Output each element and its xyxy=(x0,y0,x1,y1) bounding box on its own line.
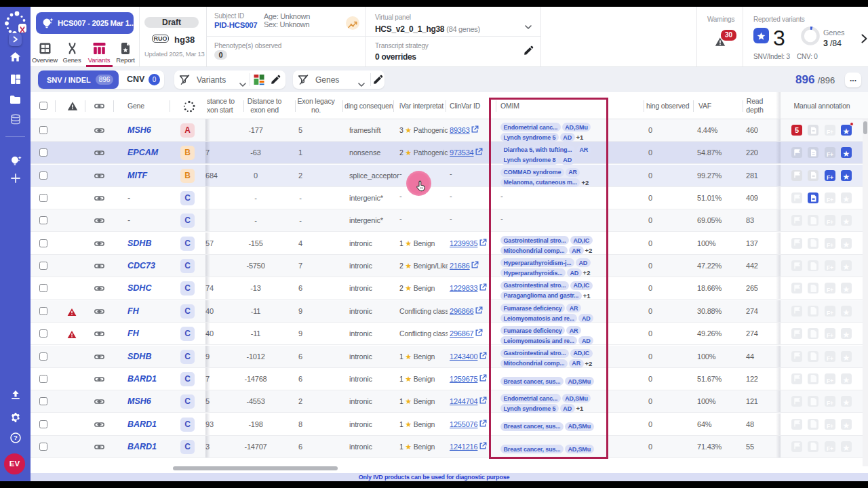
svg-text:?: ? xyxy=(14,434,18,441)
